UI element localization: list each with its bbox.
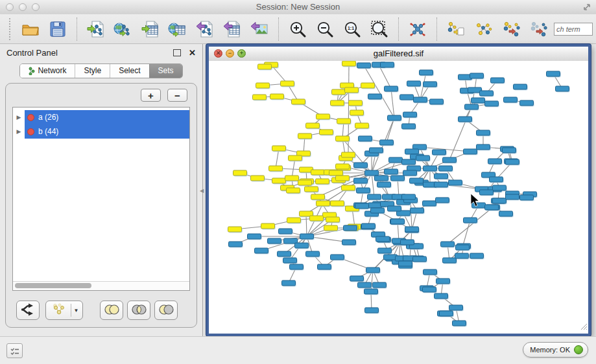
chevron-down-icon: ▼ xyxy=(74,308,79,313)
tab-network[interactable]: Network xyxy=(20,64,75,78)
export-image-button[interactable] xyxy=(246,16,273,42)
control-panel-title: Control Panel xyxy=(6,48,173,58)
network-view-window[interactable]: ✕ − + galFiltered.sif xyxy=(206,44,591,336)
import-table-url-button[interactable] xyxy=(164,16,191,42)
network-node xyxy=(520,195,534,200)
minimize-view-button[interactable]: − xyxy=(226,49,234,58)
sets-move-nodes-button[interactable] xyxy=(497,16,524,42)
set-color-icon xyxy=(27,114,34,121)
resize-grip-icon[interactable] xyxy=(580,321,588,333)
sets-copy-nodes-button[interactable] xyxy=(524,16,551,42)
set-node xyxy=(311,194,325,199)
zoom-fit-selected-button[interactable] xyxy=(366,16,393,42)
set-node xyxy=(342,152,355,157)
network-node xyxy=(229,242,243,247)
network-window-titlebar[interactable]: ✕ − + galFiltered.sif xyxy=(209,47,588,62)
intersect-sets-button[interactable] xyxy=(127,301,150,320)
network-node xyxy=(366,267,380,273)
network-node xyxy=(354,178,368,183)
set-node xyxy=(272,146,286,151)
task-history-button[interactable] xyxy=(6,343,23,358)
scrollbar-thumb[interactable] xyxy=(15,283,91,288)
network-node xyxy=(407,81,421,86)
maximize-view-button[interactable]: + xyxy=(237,49,246,58)
expand-triangle-icon[interactable]: ▶ xyxy=(13,114,25,120)
network-node xyxy=(491,78,505,83)
save-session-button[interactable] xyxy=(44,16,71,42)
sets-from-network-button[interactable] xyxy=(442,16,470,42)
close-view-button[interactable]: ✕ xyxy=(214,49,222,58)
set-row[interactable]: ▶ b (44) xyxy=(13,124,189,139)
gather-sets-dropdown-button[interactable]: ▼ xyxy=(45,301,83,320)
close-panel-icon[interactable]: ✕ xyxy=(189,49,196,57)
network-node xyxy=(370,148,383,153)
network-desktop: ◀ ✕ − + galFiltered.sif xyxy=(203,44,596,337)
add-set-button[interactable]: + xyxy=(141,89,161,102)
union-sets-button[interactable] xyxy=(100,301,123,320)
network-node xyxy=(485,205,499,210)
network-node xyxy=(435,182,448,187)
zoom-actual-size-icon: 1:1 xyxy=(342,19,362,39)
fullscreen-icon[interactable] xyxy=(582,2,592,12)
set-node xyxy=(287,218,301,223)
sets-move-nodes-icon xyxy=(501,19,520,39)
set-node xyxy=(345,87,359,93)
network-node xyxy=(364,289,378,294)
network-node xyxy=(471,98,485,103)
export-network-button[interactable] xyxy=(191,16,219,42)
export-table-button[interactable] xyxy=(219,16,246,42)
network-node xyxy=(402,159,416,165)
sets-list[interactable]: ▶ a (26) ▶ b (44) xyxy=(12,107,190,291)
set-node xyxy=(298,180,312,185)
sets-action-bar: ▼ xyxy=(16,300,186,321)
sets-select-nodes-button[interactable] xyxy=(470,16,497,42)
remove-set-button[interactable]: − xyxy=(167,89,187,102)
set-row-selection[interactable]: b (44) xyxy=(25,124,189,139)
control-panel-header: Control Panel ✕ xyxy=(0,44,202,62)
network-node xyxy=(435,174,448,179)
tab-sets[interactable]: Sets xyxy=(149,64,182,78)
network-node xyxy=(455,253,469,258)
float-panel-icon[interactable] xyxy=(173,49,181,56)
window-title: Session: New Session xyxy=(0,2,596,12)
network-node xyxy=(388,206,401,211)
expand-triangle-icon[interactable]: ▶ xyxy=(13,128,25,135)
set-row[interactable]: ▶ a (26) xyxy=(13,110,189,124)
open-session-button[interactable] xyxy=(17,16,44,42)
set-node xyxy=(233,170,247,176)
search-input[interactable] xyxy=(554,23,593,36)
network-node xyxy=(403,170,417,176)
tab-select[interactable]: Select xyxy=(110,64,149,78)
sets-copy-nodes-icon xyxy=(528,19,547,39)
network-node xyxy=(405,149,419,154)
set-row-selection[interactable]: a (26) xyxy=(25,110,189,124)
split-sets-button[interactable] xyxy=(16,301,40,320)
zoom-in-button[interactable] xyxy=(284,16,311,42)
memory-status-badge[interactable]: Memory: OK xyxy=(523,342,588,358)
tab-style[interactable]: Style xyxy=(75,64,110,78)
horizontal-scrollbar[interactable] xyxy=(13,281,189,290)
network-node xyxy=(295,243,309,248)
network-node xyxy=(423,269,437,275)
network-node xyxy=(490,177,503,182)
network-node xyxy=(282,280,296,286)
network-node xyxy=(520,100,534,106)
network-canvas[interactable] xyxy=(209,61,588,334)
zoom-actual-size-button[interactable]: 1:1 xyxy=(339,16,366,42)
splitter-collapse-icon[interactable]: ◀ xyxy=(200,188,205,194)
network-node xyxy=(441,242,455,247)
difference-sets-button[interactable] xyxy=(154,301,178,320)
import-network-url-button[interactable] xyxy=(110,16,137,42)
network-node xyxy=(449,180,462,185)
network-node xyxy=(399,261,412,266)
apply-preferred-layout-button[interactable] xyxy=(404,16,431,42)
open-session-icon xyxy=(21,19,40,39)
set-node xyxy=(324,225,338,231)
network-node xyxy=(470,253,484,258)
network-node xyxy=(391,176,405,181)
zoom-out-button[interactable] xyxy=(311,16,339,42)
set-node xyxy=(298,133,312,139)
import-network-file-button[interactable] xyxy=(82,16,110,42)
import-table-file-button[interactable] xyxy=(137,16,164,42)
network-node xyxy=(368,203,382,208)
